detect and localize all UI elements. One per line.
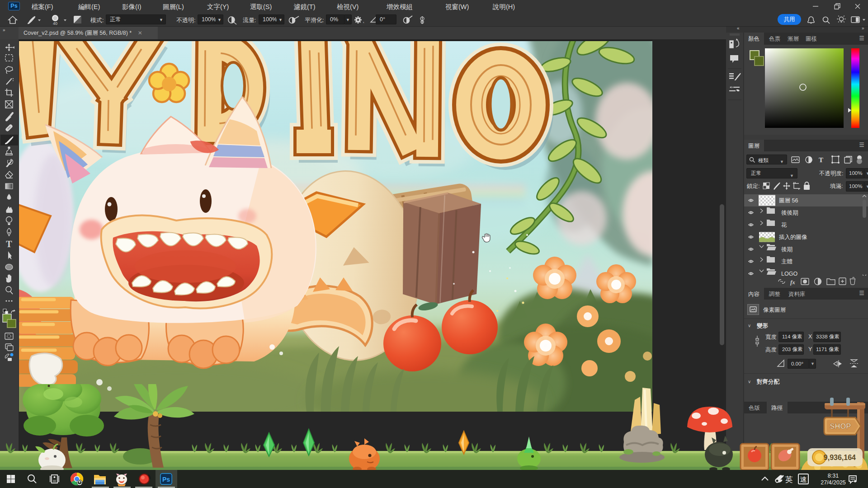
svg-text:Ps: Ps — [162, 476, 170, 483]
svg-text:40: 40 — [53, 21, 57, 26]
svg-text:後後期: 後後期 — [781, 210, 798, 216]
svg-text:27/4/2025: 27/4/2025 — [821, 479, 846, 486]
svg-text:T: T — [819, 156, 823, 164]
svg-text:後期: 後期 — [781, 246, 793, 253]
svg-text:9,936,164: 9,936,164 — [824, 454, 856, 461]
svg-text:SHOP: SHOP — [830, 422, 851, 430]
svg-text:英: 英 — [785, 475, 793, 484]
svg-text:主體: 主體 — [781, 258, 793, 265]
svg-text:T: T — [6, 239, 12, 249]
svg-text:˛: ˛ — [363, 17, 365, 23]
svg-text:速: 速 — [800, 475, 807, 483]
svg-text:8:31: 8:31 — [828, 473, 839, 479]
svg-text:圖層 56: 圖層 56 — [779, 197, 798, 204]
svg-text:插入的圖像: 插入的圖像 — [779, 234, 807, 240]
svg-text:花: 花 — [781, 222, 787, 228]
svg-text:fx: fx — [790, 279, 795, 286]
